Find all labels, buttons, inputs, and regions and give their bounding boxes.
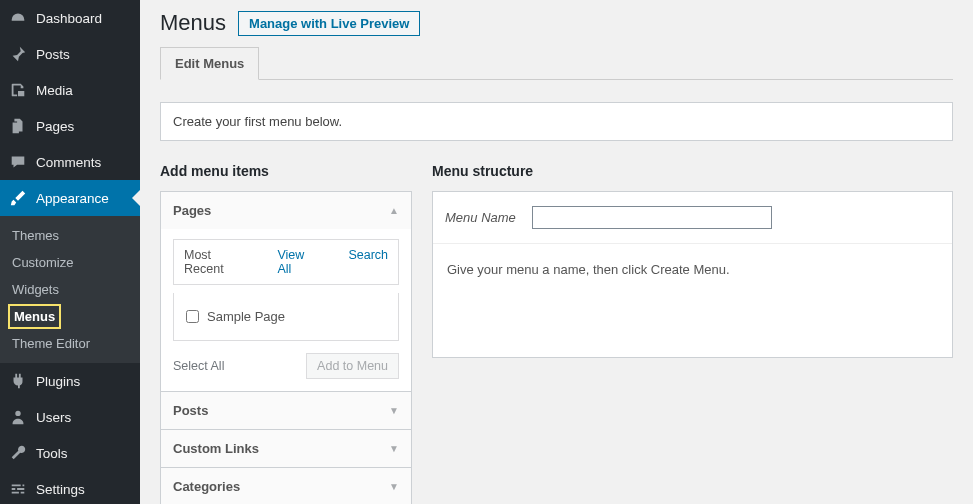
accordion-pages-body: Most Recent View All Search Sample Page … [161,229,411,391]
accordion-posts-toggle[interactable]: Posts ▼ [161,392,411,429]
sidebar-item-tools[interactable]: Tools [0,435,140,471]
sidebar-item-settings[interactable]: Settings [0,471,140,504]
svg-point-0 [15,411,20,416]
caret-up-icon: ▲ [389,205,399,216]
menu-name-label: Menu Name [445,210,516,225]
comment-icon [8,152,28,172]
sidebar-item-plugins[interactable]: Plugins [0,363,140,399]
submenu-item-customize[interactable]: Customize [0,249,140,276]
menu-structure-box: Menu Name Give your menu a name, then cl… [432,191,953,358]
tab-search[interactable]: Search [338,240,398,284]
submenu-item-theme-editor[interactable]: Theme Editor [0,330,140,357]
dashboard-icon [8,8,28,28]
first-menu-notice: Create your first menu below. [160,102,953,141]
wrench-icon [8,443,28,463]
admin-sidebar: Dashboard Posts Media Pages Comments App… [0,0,140,504]
tab-view-all[interactable]: View All [267,240,324,284]
nav-tabs: Edit Menus [160,46,953,80]
accordion-custom-links-toggle[interactable]: Custom Links ▼ [161,430,411,467]
sidebar-item-appearance[interactable]: Appearance [0,180,140,216]
tab-edit-menus[interactable]: Edit Menus [160,47,259,80]
add-to-menu-button[interactable]: Add to Menu [306,353,399,379]
caret-down-icon: ▼ [389,405,399,416]
sidebar-item-label: Appearance [36,191,109,206]
pages-icon [8,116,28,136]
caret-down-icon: ▼ [389,481,399,492]
add-items-heading: Add menu items [160,163,412,179]
accordion-title: Custom Links [173,441,259,456]
structure-heading: Menu structure [432,163,953,179]
page-header: Menus Manage with Live Preview [160,10,953,36]
sidebar-item-label: Tools [36,446,68,461]
user-icon [8,407,28,427]
sidebar-item-label: Settings [36,482,85,497]
sidebar-item-pages[interactable]: Pages [0,108,140,144]
sidebar-item-media[interactable]: Media [0,72,140,108]
sidebar-item-label: Users [36,410,71,425]
menu-structure-hint: Give your menu a name, then click Create… [433,244,952,357]
sidebar-item-label: Posts [36,47,70,62]
sidebar-item-label: Dashboard [36,11,102,26]
sliders-icon [8,479,28,499]
accordion-title: Posts [173,403,208,418]
page-label: Sample Page [207,309,285,324]
accordion-pages-toggle[interactable]: Pages ▲ [161,192,411,229]
sidebar-item-comments[interactable]: Comments [0,144,140,180]
submenu-item-menus[interactable]: Menus [0,303,140,330]
submenu-item-themes[interactable]: Themes [0,222,140,249]
accordion-posts: Posts ▼ [160,392,412,430]
sidebar-item-label: Comments [36,155,101,170]
sidebar-item-label: Plugins [36,374,80,389]
sidebar-item-users[interactable]: Users [0,399,140,435]
page-title: Menus [160,10,226,36]
sidebar-item-posts[interactable]: Posts [0,36,140,72]
pin-icon [8,44,28,64]
accordion-categories-toggle[interactable]: Categories ▼ [161,468,411,504]
main-content: Menus Manage with Live Preview Edit Menu… [140,0,973,504]
accordion-custom-links: Custom Links ▼ [160,430,412,468]
media-icon [8,80,28,100]
menu-structure-column: Menu structure Menu Name Give your menu … [432,163,953,504]
sidebar-item-dashboard[interactable]: Dashboard [0,0,140,36]
accordion-pages: Pages ▲ Most Recent View All Search S [160,191,412,392]
caret-down-icon: ▼ [389,443,399,454]
manage-live-preview-button[interactable]: Manage with Live Preview [238,11,420,36]
pages-list: Sample Page [173,293,399,341]
accordion-categories: Categories ▼ [160,468,412,504]
brush-icon [8,188,28,208]
page-checkbox[interactable] [186,310,199,323]
appearance-submenu: Themes Customize Widgets Menus Theme Edi… [0,216,140,363]
page-item-sample-page[interactable]: Sample Page [186,305,386,328]
add-menu-items-column: Add menu items Pages ▲ Most Recent View … [160,163,412,504]
plug-icon [8,371,28,391]
menu-name-input[interactable] [532,206,772,229]
select-all-link[interactable]: Select All [173,359,224,373]
pages-filter-tabs: Most Recent View All Search [173,239,399,285]
menu-name-row: Menu Name [433,192,952,244]
sidebar-item-label: Media [36,83,73,98]
submenu-item-widgets[interactable]: Widgets [0,276,140,303]
tab-most-recent[interactable]: Most Recent [174,240,253,284]
accordion-title: Pages [173,203,211,218]
accordion-title: Categories [173,479,240,494]
sidebar-item-label: Pages [36,119,74,134]
